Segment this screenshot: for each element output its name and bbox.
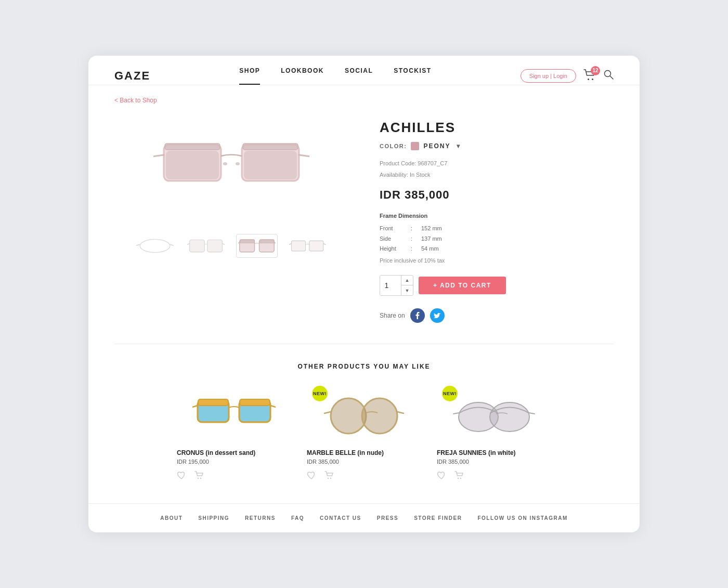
svg-point-49 bbox=[458, 478, 459, 479]
svg-line-41 bbox=[324, 412, 331, 413]
frame-dimension-label: Frame Dimension bbox=[380, 211, 614, 221]
svg-point-0 bbox=[588, 79, 589, 80]
svg-line-30 bbox=[323, 243, 326, 244]
product-images bbox=[114, 114, 348, 323]
other-products-section: OTHER PRODUCTS YOU MAY LIKE bbox=[88, 344, 640, 503]
cart-icon-wrap[interactable]: 12 bbox=[583, 69, 596, 83]
svg-rect-9 bbox=[243, 143, 298, 150]
qty-up-button[interactable]: ▲ bbox=[401, 276, 413, 285]
thumbnail-1[interactable] bbox=[134, 234, 176, 258]
product-card-price-3: IDR 385,000 bbox=[437, 459, 551, 465]
svg-line-47 bbox=[453, 413, 459, 414]
wishlist-icon-1[interactable] bbox=[177, 471, 188, 482]
quantity-input-wrap: ▲ ▼ bbox=[380, 275, 413, 296]
svg-point-46 bbox=[490, 402, 529, 432]
facebook-share-button[interactable] bbox=[410, 308, 425, 323]
header: GAZE SHOP LOOKBOOK SOCIAL STOCKIST Sign … bbox=[88, 56, 640, 85]
dim-front-value: 152 mm bbox=[421, 224, 442, 234]
footer-shipping[interactable]: SHIPPING bbox=[198, 515, 229, 521]
product-card-price-1: IDR 195,000 bbox=[177, 459, 291, 465]
product-price: IDR 385,000 bbox=[380, 188, 614, 202]
main-product-image bbox=[153, 114, 309, 218]
svg-line-29 bbox=[289, 243, 292, 244]
product-thumbnails bbox=[134, 234, 329, 258]
svg-line-7 bbox=[299, 155, 309, 157]
cart-badge: 12 bbox=[591, 66, 600, 75]
thumbnail-3[interactable] bbox=[236, 234, 278, 258]
svg-line-3 bbox=[610, 76, 614, 80]
svg-point-38 bbox=[200, 478, 201, 479]
svg-line-15 bbox=[136, 244, 140, 245]
back-to-shop-link[interactable]: < Back to Shop bbox=[114, 97, 614, 104]
signup-login-button[interactable]: Sign up | Login bbox=[521, 69, 576, 83]
search-button[interactable] bbox=[603, 69, 614, 82]
svg-point-14 bbox=[140, 239, 170, 252]
product-section: ACHILLES COLOR: PEONY ▾ Product Code: 96… bbox=[88, 109, 640, 344]
svg-point-39 bbox=[331, 398, 366, 434]
color-name: PEONY bbox=[423, 142, 450, 150]
svg-line-16 bbox=[170, 244, 174, 245]
footer-store-finder[interactable]: STORE FINDER bbox=[414, 515, 462, 521]
nav-stockist[interactable]: STOCKIST bbox=[394, 67, 431, 85]
product-card-price-2: IDR 385,000 bbox=[307, 459, 421, 465]
footer-instagram[interactable]: FOLLOW US ON INSTAGRAM bbox=[477, 515, 567, 521]
nav-shop[interactable]: SHOP bbox=[239, 67, 260, 85]
dim-height-value: 54 mm bbox=[421, 244, 439, 254]
svg-rect-18 bbox=[207, 240, 223, 252]
product-card-image-2: NEW! bbox=[307, 385, 421, 442]
main-nav: SHOP LOOKBOOK SOCIAL STOCKIST bbox=[239, 67, 431, 85]
nav-social[interactable]: SOCIAL bbox=[345, 67, 373, 85]
thumbnail-4[interactable] bbox=[287, 234, 329, 258]
product-card-cronus[interactable]: CRONUS (in dessert sand) IDR 195,000 bbox=[177, 385, 291, 482]
product-card-name-1: CRONUS (in dessert sand) bbox=[177, 449, 291, 456]
svg-point-50 bbox=[460, 478, 461, 479]
svg-rect-34 bbox=[240, 399, 270, 406]
product-details: ACHILLES COLOR: PEONY ▾ Product Code: 96… bbox=[380, 114, 614, 323]
svg-point-44 bbox=[330, 478, 331, 479]
footer-press[interactable]: PRESS bbox=[377, 515, 398, 521]
svg-rect-10 bbox=[166, 151, 219, 179]
product-card-marble-belle[interactable]: NEW! MARBLE BELLE (in nude) IDR 385,000 bbox=[307, 385, 421, 482]
dim-front: Front : 152 mm bbox=[380, 224, 614, 234]
quantity-input[interactable] bbox=[380, 276, 401, 295]
color-row: COLOR: PEONY ▾ bbox=[380, 142, 614, 150]
breadcrumb: < Back to Shop bbox=[88, 85, 640, 109]
nav-lookbook[interactable]: LOOKBOOK bbox=[281, 67, 324, 85]
footer-contact-us[interactable]: CONTACT US bbox=[320, 515, 361, 521]
svg-rect-28 bbox=[309, 241, 323, 251]
product-availability: Availability: In Stock bbox=[380, 170, 614, 180]
svg-point-43 bbox=[328, 478, 329, 479]
svg-point-13 bbox=[236, 162, 240, 165]
color-dropdown-arrow[interactable]: ▾ bbox=[457, 142, 461, 150]
product-name: ACHILLES bbox=[380, 120, 614, 136]
dim-front-label: Front bbox=[380, 224, 411, 234]
add-to-cart-button[interactable]: + ADD TO CART bbox=[419, 277, 506, 294]
wishlist-icon-2[interactable] bbox=[307, 471, 318, 482]
svg-rect-17 bbox=[190, 240, 205, 252]
footer-about[interactable]: ABOUT bbox=[160, 515, 183, 521]
twitter-share-button[interactable] bbox=[430, 308, 445, 323]
svg-point-40 bbox=[362, 398, 397, 434]
dim-side-value: 137 mm bbox=[421, 234, 442, 244]
product-card-actions-2 bbox=[307, 471, 421, 482]
cart-add-icon-2[interactable] bbox=[324, 471, 336, 482]
header-right: Sign up | Login 12 bbox=[521, 69, 614, 83]
page-container: GAZE SHOP LOOKBOOK SOCIAL STOCKIST Sign … bbox=[88, 56, 640, 533]
qty-down-button[interactable]: ▼ bbox=[401, 285, 413, 295]
product-card-image-3: NEW! bbox=[437, 385, 551, 442]
product-card-actions-1 bbox=[177, 471, 291, 482]
svg-rect-23 bbox=[240, 239, 255, 243]
dim-height-label: Height bbox=[380, 244, 411, 254]
thumbnail-2[interactable] bbox=[185, 234, 227, 258]
svg-line-6 bbox=[153, 155, 164, 157]
cart-add-icon-1[interactable] bbox=[194, 471, 206, 482]
footer: ABOUT SHIPPING RETURNS FAQ CONTACT US PR… bbox=[88, 503, 640, 532]
footer-faq[interactable]: FAQ bbox=[291, 515, 304, 521]
cart-add-icon-3[interactable] bbox=[454, 471, 466, 482]
svg-rect-24 bbox=[259, 239, 274, 243]
qty-arrows: ▲ ▼ bbox=[401, 276, 413, 295]
svg-rect-11 bbox=[244, 151, 297, 179]
product-card-freja-sunnies[interactable]: NEW! FREJA SUNNIES (in white) IDR 38 bbox=[437, 385, 551, 482]
footer-returns[interactable]: RETURNS bbox=[245, 515, 276, 521]
wishlist-icon-3[interactable] bbox=[437, 471, 448, 482]
